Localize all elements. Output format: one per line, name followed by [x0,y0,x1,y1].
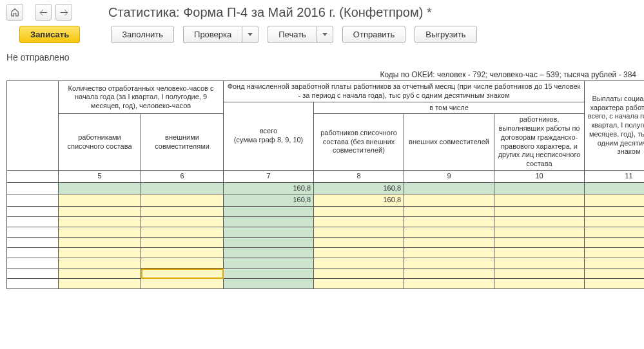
home-button[interactable] [6,4,23,21]
table-cell[interactable] [494,248,585,258]
table-cell[interactable] [585,269,644,279]
table-cell[interactable] [585,279,644,289]
table-cell[interactable] [404,238,494,248]
table-cell[interactable] [314,238,404,248]
table-cell[interactable] [314,279,404,289]
check-button[interactable]: Проверка [183,26,242,43]
print-dropdown[interactable] [317,26,333,43]
table-cell[interactable] [59,182,141,194]
table-cell[interactable] [585,194,644,207]
table-cell[interactable] [404,248,494,258]
table-cell[interactable] [494,207,585,217]
table-cell[interactable] [7,258,59,269]
table-cell[interactable] [141,194,224,207]
table-cell[interactable] [59,194,141,207]
table-cell[interactable] [494,269,585,279]
table-cell[interactable] [224,227,314,238]
table-cell[interactable] [59,279,141,289]
table-cell[interactable] [141,227,224,238]
table-cell[interactable] [494,194,585,207]
table-cell[interactable] [141,269,224,279]
table-cell[interactable] [494,217,585,227]
table-cell[interactable] [7,248,59,258]
export-button[interactable]: Выгрузить [415,26,476,43]
table-cell[interactable] [585,182,644,194]
table-cell[interactable] [314,258,404,269]
table-cell[interactable] [404,207,494,217]
table-cell[interactable] [585,258,644,269]
table-cell[interactable] [404,269,494,279]
table-cell[interactable] [224,258,314,269]
table-cell[interactable] [141,207,224,217]
table-cell[interactable] [141,258,224,269]
table-cell[interactable]: 160,8 [314,182,404,194]
table-cell[interactable] [59,207,141,217]
table-cell[interactable] [7,269,59,279]
table-cell[interactable] [585,238,644,248]
table-cell[interactable] [314,227,404,238]
table-cell[interactable] [7,217,59,227]
send-button[interactable]: Отправить [342,26,405,43]
table-cell[interactable] [314,207,404,217]
table-cell[interactable] [314,217,404,227]
table-cell[interactable] [7,238,59,248]
table-cell[interactable] [141,248,224,258]
back-button[interactable]: 🡠 [35,4,52,21]
table-cell[interactable] [585,207,644,217]
table-cell[interactable] [7,279,59,289]
save-button[interactable]: Записать [19,26,80,43]
table-cell[interactable]: 160,8 [224,182,314,194]
table-cell[interactable] [494,182,585,194]
table-cell[interactable] [7,194,59,207]
table-cell[interactable] [59,269,141,279]
table-cell[interactable] [224,238,314,248]
report-table: Количество отработанных человеко-часов с… [6,80,644,289]
table-cell[interactable] [224,279,314,289]
chevron-down-icon [248,33,253,36]
table-cell[interactable] [404,227,494,238]
table-cell[interactable] [494,258,585,269]
table-cell[interactable] [314,248,404,258]
table-cell[interactable] [59,258,141,269]
table-cell[interactable] [141,182,224,194]
table-cell[interactable]: 160,8 [314,194,404,207]
header-total: всего (сумма граф 8, 9, 10) [224,102,314,170]
table-cell[interactable] [141,217,224,227]
table-cell[interactable] [59,227,141,238]
codes-line: Коды по ОКЕИ: человек - 792; человеко-ча… [0,69,644,80]
table-cell[interactable] [585,227,644,238]
table-cell[interactable] [314,269,404,279]
table-cell[interactable] [404,194,494,207]
header-inc-list: работников списочного состава (без внешн… [314,114,404,171]
table-cell[interactable] [404,279,494,289]
table-cell[interactable] [59,248,141,258]
table-cell[interactable] [59,238,141,248]
table-cell[interactable] [59,217,141,227]
table-cell[interactable] [141,238,224,248]
table-cell[interactable] [494,238,585,248]
table-cell[interactable]: 160,8 [224,194,314,207]
forward-button[interactable]: 🡢 [55,4,72,21]
table-cell[interactable] [224,248,314,258]
table-cell[interactable] [585,217,644,227]
table-cell[interactable] [224,207,314,217]
table-cell[interactable] [404,182,494,194]
table-cell[interactable] [404,258,494,269]
page-title: Статистика: Форма П-4 за Май 2016 г. (Ко… [108,5,432,20]
colnum-11: 11 [585,170,644,182]
table-cell[interactable] [141,279,224,289]
table-cell[interactable] [494,279,585,289]
print-button[interactable]: Печать [268,26,317,43]
table-cell[interactable] [7,207,59,217]
table-cell[interactable] [224,217,314,227]
table-cell[interactable] [224,269,314,279]
table-cell[interactable] [404,217,494,227]
table-cell[interactable] [494,227,585,238]
table-cell[interactable] [7,182,59,194]
check-dropdown[interactable] [242,26,259,43]
colnum-7: 7 [224,170,314,182]
table-cell[interactable] [7,227,59,238]
table-cell[interactable] [585,248,644,258]
header-social: Выплаты социального характера работников… [585,81,644,171]
fill-button[interactable]: Заполнить [111,26,174,43]
